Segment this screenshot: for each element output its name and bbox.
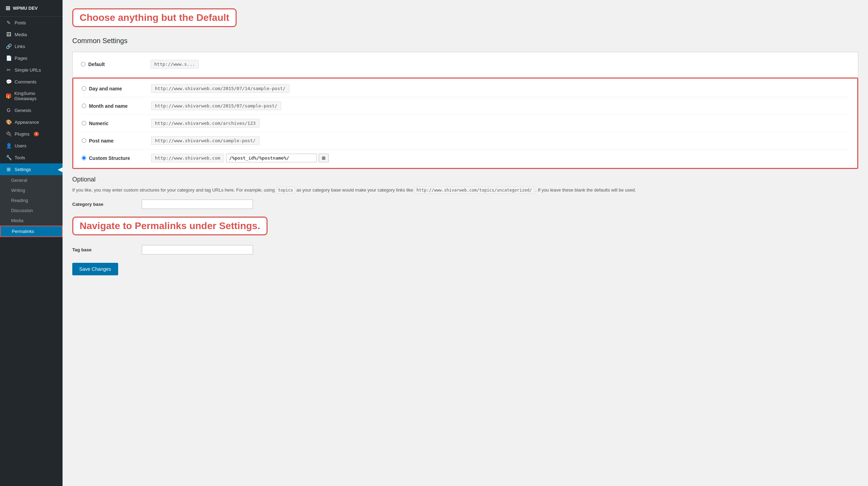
category-base-row: Category base <box>72 200 858 209</box>
brand: ⊞ WPMU DEV <box>0 0 63 17</box>
sidebar-item-label: Media <box>15 32 27 37</box>
sidebar-item-plugins[interactable]: 🔌 Plugins 4 <box>0 128 63 140</box>
recommended-options-box: Day and name http://www.shivarweb.com/20… <box>72 78 858 169</box>
submenu-item-reading[interactable]: Reading <box>0 195 63 205</box>
custom-structure-option[interactable]: Custom Structure <box>82 155 151 161</box>
links-icon: 🔗 <box>6 43 12 49</box>
month-and-name-option[interactable]: Month and name <box>82 103 151 109</box>
optional-desc-3: . If you leave these blank the defaults … <box>535 187 636 193</box>
day-name-label: Day and name <box>89 86 122 91</box>
sidebar-item-label: Users <box>15 143 26 148</box>
custom-url-structure-btn[interactable]: ⊞ <box>319 154 329 162</box>
default-option[interactable]: Default <box>81 62 150 67</box>
sidebar-item-label: KingSumo Giveaways <box>14 91 57 101</box>
custom-structure-row: Custom Structure http://www.shivarweb.co… <box>82 149 849 167</box>
month-and-name-row: Month and name http://www.shivarweb.com/… <box>82 97 849 115</box>
custom-url-input[interactable] <box>226 154 317 162</box>
sidebar-item-media[interactable]: 🖼 Media <box>0 29 63 40</box>
submenu-label: Writing <box>11 188 25 193</box>
tag-base-row: Tag base <box>72 245 858 254</box>
submenu-item-permalinks[interactable]: Permalinks <box>0 226 63 237</box>
sidebar-item-label: Tools <box>15 155 25 160</box>
sidebar-item-label: Settings <box>15 167 31 172</box>
sidebar-item-label: Plugins <box>15 131 30 137</box>
post-name-row: Post name http://www.shivarweb.com/sampl… <box>82 132 849 149</box>
custom-label: Custom Structure <box>89 155 130 161</box>
post-name-option[interactable]: Post name <box>82 138 151 144</box>
settings-arrow-icon: ◀ <box>58 165 63 173</box>
example-url-code: http://www.shivarweb.com/topics/uncatego… <box>415 187 534 194</box>
sidebar-item-settings[interactable]: ⊞ Settings ◀ <box>0 163 63 175</box>
submenu-label: Discussion <box>11 208 33 213</box>
genesis-icon: G <box>6 107 12 113</box>
submenu-label: Reading <box>11 198 28 203</box>
category-base-label: Category base <box>72 202 142 207</box>
sidebar-item-label: Posts <box>15 20 26 25</box>
sidebar-item-label: Simple URLs <box>15 67 41 73</box>
day-name-radio[interactable] <box>82 86 86 91</box>
sidebar-item-users[interactable]: 👤 Users <box>0 140 63 152</box>
main-content: Choose anything but the Default Common S… <box>63 0 868 486</box>
appearance-icon: 🎨 <box>6 119 12 125</box>
sidebar-item-label: Pages <box>15 56 27 61</box>
optional-desc-2: as your category base would make your ca… <box>296 187 413 193</box>
submenu-item-media[interactable]: Media <box>0 216 63 226</box>
brand-icon: ⊞ <box>6 5 10 11</box>
media-icon: 🖼 <box>6 32 12 37</box>
pages-icon: 📄 <box>6 55 12 61</box>
numeric-row: Numeric http://www.shivarweb.com/archive… <box>82 115 849 132</box>
custom-url-base: http://www.shivarweb.com <box>151 154 224 162</box>
sidebar-item-appearance[interactable]: 🎨 Appearance <box>0 116 63 128</box>
submenu-label: Media <box>11 218 23 223</box>
category-base-input[interactable] <box>142 200 253 209</box>
sidebar-item-label: Appearance <box>15 120 39 125</box>
submenu-item-writing[interactable]: Writing <box>0 185 63 195</box>
default-row: Default http://www.s... <box>81 56 850 73</box>
tools-icon: 🔧 <box>6 155 12 160</box>
sidebar-item-label: Links <box>15 44 25 49</box>
simple-urls-icon: ✂ <box>6 67 12 73</box>
sidebar-item-pages[interactable]: 📄 Pages <box>0 52 63 64</box>
optional-title: Optional <box>72 176 858 183</box>
default-label-text: Default <box>88 62 105 67</box>
custom-radio[interactable] <box>82 156 86 160</box>
custom-url-row: http://www.shivarweb.com ⊞ <box>151 154 329 162</box>
tag-base-input[interactable] <box>142 245 253 254</box>
day-and-name-row: Day and name http://www.shivarweb.com/20… <box>82 80 849 97</box>
save-changes-button[interactable]: Save Changes <box>72 263 118 275</box>
submenu-item-discussion[interactable]: Discussion <box>0 205 63 216</box>
numeric-option[interactable]: Numeric <box>82 121 151 126</box>
sidebar: ⊞ WPMU DEV ✎ Posts 🖼 Media 🔗 Links 📄 Pag… <box>0 0 63 486</box>
default-radio[interactable] <box>81 62 85 66</box>
post-name-url: http://www.shivarweb.com/sample-post/ <box>151 136 260 145</box>
day-and-name-option[interactable]: Day and name <box>82 86 151 91</box>
month-name-radio[interactable] <box>82 104 86 108</box>
submenu-label: Permalinks <box>12 229 34 234</box>
post-name-label: Post name <box>89 138 114 144</box>
tag-base-label: Tag base <box>72 247 142 252</box>
sidebar-item-links[interactable]: 🔗 Links <box>0 40 63 52</box>
sidebar-item-tools[interactable]: 🔧 Tools <box>0 152 63 163</box>
sidebar-item-label: Comments <box>15 79 36 84</box>
sidebar-item-kingsumo[interactable]: 🎁 KingSumo Giveaways <box>0 88 63 104</box>
sidebar-item-genesis[interactable]: G Genesis <box>0 104 63 116</box>
sidebar-item-comments[interactable]: 💬 Comments <box>0 76 63 88</box>
comments-icon: 💬 <box>6 79 12 84</box>
plugins-icon: 🔌 <box>6 131 12 137</box>
submenu-item-general[interactable]: General <box>0 175 63 185</box>
numeric-radio[interactable] <box>82 121 86 125</box>
sidebar-item-posts[interactable]: ✎ Posts <box>0 17 63 29</box>
optional-desc-1: If you like, you may enter custom struct… <box>72 187 275 193</box>
topics-code: topics <box>276 187 295 194</box>
month-name-label: Month and name <box>89 103 128 109</box>
callout-bottom: Navigate to Permalinks under Settings. <box>72 217 268 235</box>
posts-icon: ✎ <box>6 20 12 25</box>
post-name-radio[interactable] <box>82 138 86 143</box>
common-settings-title: Common Settings <box>72 37 858 45</box>
optional-description: If you like, you may enter custom struct… <box>72 187 858 194</box>
settings-submenu: General Writing Reading Discussion Media… <box>0 175 63 237</box>
sidebar-item-simple-urls[interactable]: ✂ Simple URLs <box>0 64 63 76</box>
plugins-badge: 4 <box>34 132 39 136</box>
brand-name: WPMU DEV <box>13 6 38 11</box>
sidebar-item-label: Genesis <box>15 108 31 113</box>
